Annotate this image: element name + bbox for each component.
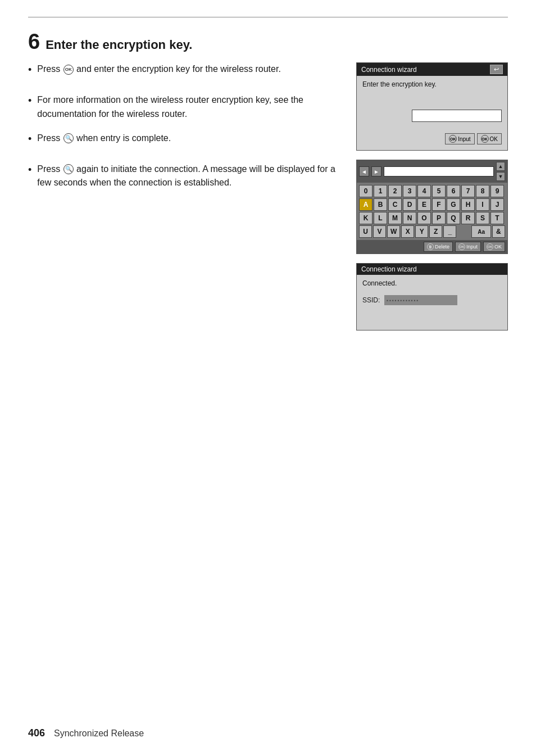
keyboard-top-row: ◄ ► ▲ ▼ [357,160,507,183]
ssid-dots: ▪▪▪▪▪▪▪▪▪▪▪▪ [387,298,419,303]
kb-key-7[interactable]: 7 [461,185,475,197]
kb-key-T[interactable]: T [490,212,504,224]
kb-key-G[interactable]: G [447,198,460,211]
kb-nav-right[interactable]: ► [371,166,381,176]
kb-input-icon: OK [458,243,465,250]
kb-ok-label: OK [494,244,502,250]
kb-key-M[interactable]: M [388,212,402,224]
kb-key-D[interactable]: D [403,198,416,211]
kb-delete-icon: 🗑 [427,243,434,250]
kb-row-2: K L M N O P Q R S T [359,212,505,224]
page-section: Synchronized Release [54,728,144,739]
kb-key-S[interactable]: S [476,212,489,224]
connected-titlebar: Connection wizard [357,264,507,275]
q-icon-2: 🔍 [63,164,74,174]
wizard-footer-btns-1: OK Input OK OK [362,133,502,144]
kb-key-N[interactable]: N [403,212,416,224]
kb-ok-btn[interactable]: OK OK [483,242,505,252]
kb-key-underscore[interactable]: _ [443,225,456,238]
kb-key-A[interactable]: A [359,198,373,211]
bullet-text-4: Press 🔍 again to initiate the connection… [37,162,339,191]
kb-key-5[interactable]: 5 [432,185,446,197]
bullet-item-1: • Press OK and enter the encryption key … [28,62,339,78]
connected-title: Connection wizard [361,265,417,273]
kb-key-8[interactable]: 8 [476,185,489,197]
bullet-item-4: • Press 🔍 again to initiate the connecti… [28,162,339,191]
connected-status: Connected. [362,279,502,287]
kb-key-Z[interactable]: Z [429,225,442,238]
kb-key-R[interactable]: R [461,212,475,224]
kb-input-btn[interactable]: OK Input [455,242,481,252]
ssid-row: SSID: ▪▪▪▪▪▪▪▪▪▪▪▪ [362,295,502,305]
keyboard-footer: 🗑 Delete OK Input OK OK [357,240,507,253]
kb-key-O[interactable]: O [417,212,431,224]
kb-text-input[interactable] [384,166,494,176]
bullet-text-2: For more information on the wireless rou… [37,93,339,121]
kb-input-label: Input [466,244,478,250]
wizard-input-icon-1: OK [449,135,457,143]
bullet-dot-1: • [28,62,31,78]
kb-key-J[interactable]: J [490,198,504,211]
kb-key-F[interactable]: F [432,198,446,211]
kb-key-X[interactable]: X [401,225,414,238]
ok-icon-1: OK [63,65,74,75]
wizard-input-btn-1[interactable]: OK Input [445,133,474,144]
right-col: Connection wizard ↩ Enter the encryption… [356,62,508,331]
kb-key-W[interactable]: W [387,225,400,238]
kb-delete-btn[interactable]: 🗑 Delete [424,242,453,252]
connected-body: Connected. SSID: ▪▪▪▪▪▪▪▪▪▪▪▪ [357,275,507,330]
ssid-value: ▪▪▪▪▪▪▪▪▪▪▪▪ [384,295,457,305]
wizard-back-btn[interactable]: ↩ [490,65,503,74]
kb-key-H[interactable]: H [461,198,475,211]
kb-key-Q[interactable]: Q [447,212,460,224]
wizard-panel-1: Connection wizard ↩ Enter the encryption… [356,62,508,151]
kb-key-B[interactable]: B [374,198,387,211]
kb-key-0[interactable]: 0 [359,185,373,197]
connected-panel: Connection wizard Connected. SSID: ▪▪▪▪▪… [356,263,508,331]
kb-key-C[interactable]: C [388,198,402,211]
wizard-titlebar-1: Connection wizard ↩ [357,63,507,76]
kb-key-6[interactable]: 6 [447,185,460,197]
kb-key-K[interactable]: K [359,212,373,224]
kb-scroll-col: ▲ ▼ [496,162,505,181]
step-heading: 6 Enter the encryption key. [28,31,508,52]
wizard-ok-label-1: OK [490,136,498,142]
kb-key-I[interactable]: I [476,198,489,211]
kb-key-spacer [457,225,470,238]
left-col: • Press OK and enter the encryption key … [28,62,339,200]
kb-nav-left[interactable]: ◄ [359,166,369,176]
kb-ok-icon: OK [487,243,493,250]
bullet-text-1: Press OK and enter the encryption key fo… [37,62,281,78]
wizard-prompt-1: Enter the encryption key. [362,80,502,88]
kb-key-2[interactable]: 2 [388,185,402,197]
kb-key-L[interactable]: L [374,212,387,224]
page-container: 6 Enter the encryption key. • Press OK a… [0,0,536,756]
wizard-text-input-1[interactable] [412,110,502,122]
kb-delete-label: Delete [435,244,449,250]
main-content: • Press OK and enter the encryption key … [28,62,508,331]
kb-key-V[interactable]: V [373,225,386,238]
wizard-ok-btn-1[interactable]: OK OK [477,133,502,144]
wizard-body-1: Enter the encryption key. OK Input OK [357,76,507,150]
kb-key-3[interactable]: 3 [403,185,416,197]
kb-key-1[interactable]: 1 [374,185,387,197]
kb-key-U[interactable]: U [359,225,372,238]
page-footer: 406 Synchronized Release [28,727,144,739]
step-number: 6 [28,31,40,52]
kb-key-4[interactable]: 4 [417,185,431,197]
bullet-dot-4: • [28,162,31,191]
kb-row-3: U V W X Y Z _ Aa & [359,225,505,238]
kb-key-ampersand[interactable]: & [492,225,505,238]
bullet-dot-2: • [28,93,31,121]
kb-key-P[interactable]: P [432,212,446,224]
kb-key-9[interactable]: 9 [490,185,504,197]
kb-row-1: A B C D E F G H I J [359,198,505,211]
q-icon-1: 🔍 [63,133,74,143]
kb-key-aa[interactable]: Aa [471,225,491,238]
kb-key-E[interactable]: E [417,198,431,211]
wizard-title-1: Connection wizard [361,66,417,74]
kb-key-Y[interactable]: Y [415,225,428,238]
keyboard-grid: 0 1 2 3 4 5 6 7 8 9 A B [357,183,507,240]
kb-scroll-down[interactable]: ▼ [496,172,505,181]
kb-scroll-up[interactable]: ▲ [496,162,505,171]
